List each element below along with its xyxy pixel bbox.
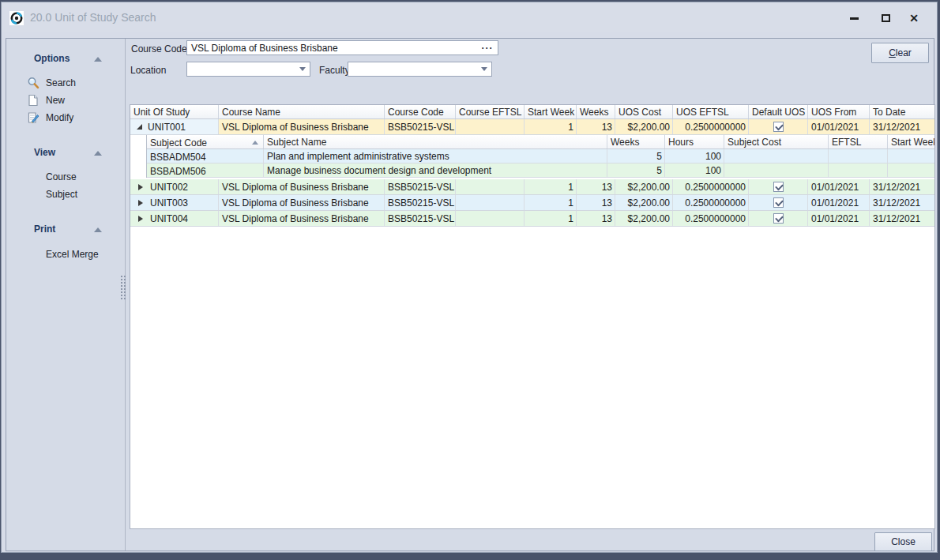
cell-uos-from[interactable]: 01/01/2021 — [808, 195, 870, 210]
column-header-hours[interactable]: Hours — [665, 135, 724, 148]
sidebar-group-options[interactable]: Options — [6, 52, 122, 65]
column-header-weeks[interactable]: Weeks — [607, 135, 665, 148]
column-header-course-code[interactable]: Course Code — [385, 105, 456, 118]
sidebar-item-modify[interactable]: Modify — [6, 111, 122, 125]
cell-default-uos[interactable] — [749, 179, 808, 194]
cell-course-name[interactable]: VSL Diploma of Business Brisbane — [219, 195, 385, 210]
maximize-button[interactable] — [874, 9, 897, 28]
cell-course-code[interactable]: BSB50215-VSL — [385, 119, 456, 134]
column-header-uos-from[interactable]: UOS From — [808, 105, 870, 118]
cell-to-date[interactable]: 31/12/2021 — [870, 179, 934, 194]
column-header-subject-cost[interactable]: Subject Cost — [724, 135, 829, 148]
course-code-field[interactable]: VSL Diploma of Business Brisbane ··· — [186, 40, 498, 55]
collapse-icon[interactable] — [94, 227, 102, 232]
cell-hours[interactable]: 100 — [665, 149, 724, 163]
cell-weeks[interactable]: 5 — [607, 149, 665, 163]
dropdown-arrow-icon[interactable] — [477, 67, 491, 71]
cell-eftsl[interactable] — [829, 163, 888, 177]
cell-start-week[interactable]: 1 — [525, 119, 577, 134]
collapse-icon[interactable] — [94, 151, 102, 156]
cell-course-eftsl[interactable] — [456, 195, 525, 210]
cell-weeks[interactable]: 13 — [577, 179, 615, 194]
column-header-subject-name[interactable]: Subject Name — [264, 135, 607, 148]
expand-row-icon[interactable] — [138, 216, 143, 222]
cell-subject-cost[interactable] — [724, 163, 829, 177]
close-window-button[interactable]: ✕ — [902, 9, 926, 28]
cell-to-date[interactable]: 31/12/2021 — [870, 195, 934, 210]
default-uos-checkbox[interactable] — [773, 213, 784, 224]
course-code-value[interactable]: VSL Diploma of Business Brisbane — [187, 43, 477, 54]
default-uos-checkbox[interactable] — [773, 182, 784, 192]
cell-uos-cost[interactable]: $2,200.00 — [615, 195, 673, 210]
sidebar-group-print[interactable]: Print — [6, 223, 122, 235]
cell-unit-of-study[interactable]: UNIT001 — [130, 119, 219, 134]
table-row[interactable]: UNIT004 VSL Diploma of Business Brisbane… — [130, 211, 934, 227]
cell-start-week[interactable] — [888, 163, 934, 177]
sidebar-item-subject[interactable]: Subject — [6, 187, 122, 201]
expand-row-icon[interactable] — [138, 184, 143, 190]
cell-uos-cost[interactable]: $2,200.00 — [615, 211, 673, 226]
cell-default-uos[interactable] — [749, 211, 808, 226]
cell-hours[interactable]: 100 — [665, 163, 724, 177]
cell-eftsl[interactable] — [829, 149, 888, 163]
collapse-row-icon[interactable] — [137, 124, 142, 130]
default-uos-checkbox[interactable] — [773, 122, 784, 132]
cell-uos-eftsl[interactable]: 0.2500000000 — [673, 195, 749, 210]
faculty-dropdown[interactable] — [348, 62, 492, 77]
cell-to-date[interactable]: 31/12/2021 — [870, 119, 934, 134]
detail-row[interactable]: BSBADM506 Manage business document desig… — [147, 163, 934, 178]
cell-course-name[interactable]: VSL Diploma of Business Brisbane — [219, 211, 385, 226]
cell-weeks[interactable]: 5 — [607, 163, 665, 177]
column-header-course-eftsl[interactable]: Course EFTSL — [456, 105, 525, 118]
sidebar-item-search[interactable]: Search — [6, 76, 122, 90]
cell-subject-cost[interactable] — [724, 149, 829, 163]
cell-start-week[interactable]: 1 — [525, 195, 577, 210]
column-header-unit-of-study[interactable]: Unit Of Study — [130, 105, 219, 118]
splitter-grip-icon[interactable] — [120, 275, 126, 300]
column-header-start-week[interactable]: Start Week — [888, 135, 934, 148]
clear-button[interactable]: Clear — [871, 43, 929, 63]
cell-start-week[interactable]: 1 — [525, 211, 577, 226]
column-header-subject-code[interactable]: Subject Code — [147, 135, 264, 148]
column-header-default-uos[interactable]: Default UOS — [749, 105, 808, 118]
default-uos-checkbox[interactable] — [773, 197, 784, 208]
cell-unit-of-study[interactable]: UNIT002 — [130, 179, 219, 194]
cell-weeks[interactable]: 13 — [577, 119, 615, 134]
collapse-icon[interactable] — [94, 57, 102, 62]
sidebar-splitter[interactable] — [122, 39, 126, 551]
table-row[interactable]: UNIT002 VSL Diploma of Business Brisbane… — [130, 179, 934, 195]
cell-weeks[interactable]: 13 — [577, 211, 615, 226]
cell-start-week[interactable]: 1 — [525, 179, 577, 194]
cell-uos-eftsl[interactable]: 0.2500000000 — [673, 179, 749, 194]
expand-row-icon[interactable] — [138, 200, 143, 206]
location-dropdown[interactable] — [186, 62, 310, 77]
column-header-uos-cost[interactable]: UOS Cost — [615, 105, 673, 118]
column-header-to-date[interactable]: To Date — [870, 105, 934, 118]
column-header-start-week[interactable]: Start Week — [525, 105, 577, 118]
sidebar-item-excel-merge[interactable]: Excel Merge — [6, 247, 122, 261]
column-header-course-name[interactable]: Course Name — [219, 105, 385, 118]
cell-subject-code[interactable]: BSBADM506 — [147, 163, 264, 177]
close-button[interactable]: Close — [874, 532, 932, 551]
cell-uos-eftsl[interactable]: 0.2500000000 — [673, 119, 749, 134]
sidebar-group-view[interactable]: View — [6, 146, 122, 159]
sidebar-item-course[interactable]: Course — [6, 170, 122, 184]
table-row[interactable]: UNIT001 VSL Diploma of Business Brisbane… — [130, 119, 934, 135]
cell-course-name[interactable]: VSL Diploma of Business Brisbane — [219, 179, 385, 194]
cell-course-eftsl[interactable] — [456, 179, 525, 194]
cell-uos-cost[interactable]: $2,200.00 — [615, 179, 673, 194]
cell-uos-eftsl[interactable]: 0.2500000000 — [673, 211, 749, 226]
cell-unit-of-study[interactable]: UNIT004 — [130, 211, 219, 226]
cell-unit-of-study[interactable]: UNIT003 — [130, 195, 219, 210]
cell-uos-from[interactable]: 01/01/2021 — [808, 211, 870, 226]
cell-subject-code[interactable]: BSBADM504 — [147, 149, 264, 163]
cell-start-week[interactable] — [888, 149, 934, 163]
ellipsis-button[interactable]: ··· — [477, 41, 498, 54]
cell-course-eftsl[interactable] — [456, 119, 525, 134]
minimize-button[interactable] — [842, 9, 866, 28]
cell-course-code[interactable]: BSB50215-VSL — [385, 195, 456, 210]
column-header-weeks[interactable]: Weeks — [577, 105, 615, 118]
cell-course-code[interactable]: BSB50215-VSL — [385, 211, 456, 226]
column-header-uos-eftsl[interactable]: UOS EFTSL — [673, 105, 749, 118]
cell-uos-from[interactable]: 01/01/2021 — [808, 179, 870, 194]
